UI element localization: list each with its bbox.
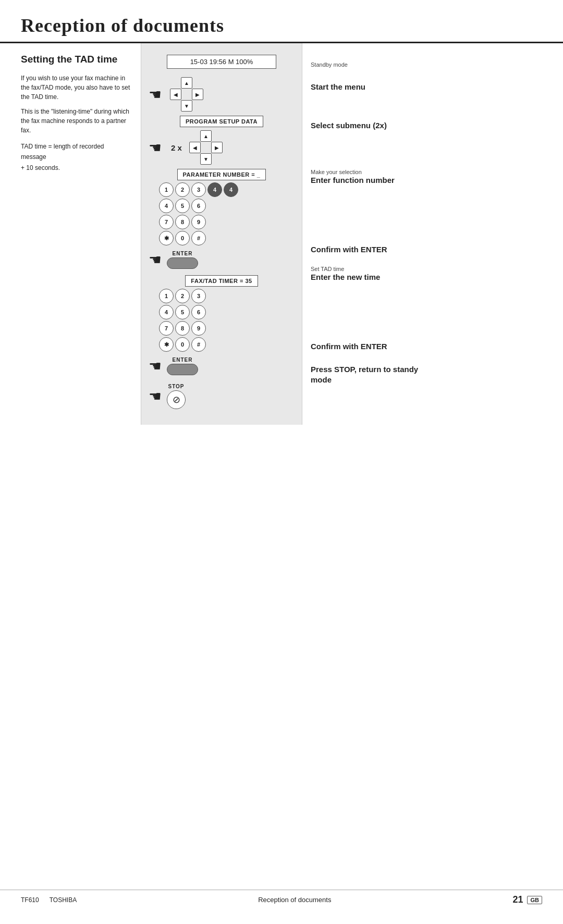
hand-icon-5: ☛ — [149, 388, 162, 405]
key-4c[interactable]: 4 — [159, 199, 174, 213]
program-setup-label: PROGRAM SETUP DATA — [180, 116, 263, 127]
nav-right-2[interactable]: ▶ — [211, 142, 223, 153]
hand-icon-1: ☛ — [149, 86, 162, 103]
press-stop-label: Press STOP, return to standymode — [311, 364, 555, 385]
hand-icon-2: ☛ — [149, 139, 162, 156]
key-hash-b[interactable]: # — [191, 337, 206, 352]
fax-tad-label: FAX/TAD TIMER = 35 — [185, 275, 258, 287]
content-area: Setting the TAD time If you wish to use … — [0, 43, 563, 425]
label-confirm-enter-2: Confirm with ENTER — [311, 337, 555, 356]
keypad1: 1 2 3 4 4 4 5 6 7 8 9 ✱ 0 # — [159, 182, 295, 245]
stop-row: ☛ STOP ⊘ — [149, 381, 295, 411]
key-6b[interactable]: 6 — [191, 305, 206, 319]
key-0a[interactable]: 0 — [175, 231, 190, 245]
key-7b[interactable]: 7 — [159, 321, 174, 336]
step2-row: ☛ 2 x ▲ ◀ ▶ ▼ — [149, 130, 295, 165]
label-make-selection: Make your selection Enter function numbe… — [311, 167, 555, 186]
nav-down[interactable]: ▼ — [181, 100, 192, 112]
enter-step2-row: ☛ ENTER — [149, 355, 295, 377]
make-selection-sub: Make your selection — [311, 169, 555, 175]
key-9b[interactable]: 9 — [191, 321, 206, 336]
description2: This is the "listening-time" during whic… — [21, 107, 130, 135]
footer-left: TF610 TOSHIBA — [21, 896, 77, 904]
enter-new-time-label: Enter the new time — [311, 272, 555, 282]
key-hash-a[interactable]: # — [191, 231, 206, 245]
nav-up-2[interactable]: ▲ — [200, 130, 212, 142]
key-1b[interactable]: 1 — [159, 289, 174, 303]
footer-model: TF610 — [21, 896, 39, 904]
param-number-label: PARAMETER NUMBER = _ — [177, 169, 266, 180]
footer-right: 21 GB — [512, 894, 542, 905]
key-7a[interactable]: 7 — [159, 215, 174, 229]
program-setup-row: PROGRAM SETUP DATA — [149, 116, 295, 127]
enter-button-2[interactable] — [167, 364, 198, 375]
key-8b[interactable]: 8 — [175, 321, 190, 336]
key-4a[interactable]: 4 — [207, 182, 222, 197]
key-2b[interactable]: 2 — [175, 289, 190, 303]
key-0b[interactable]: 0 — [175, 337, 190, 352]
key-6a[interactable]: 6 — [191, 199, 206, 213]
footer-badge: GB — [527, 896, 542, 904]
label-start-menu: Start the menu — [311, 78, 555, 96]
key-1a[interactable]: 1 — [159, 182, 174, 197]
fax-tad-row: FAX/TAD TIMER = 35 — [149, 275, 295, 287]
enter-label-2: ENTER — [173, 357, 193, 363]
enter-wrap-2: ENTER — [167, 357, 198, 375]
right-column: Standby mode Start the menu Select subme… — [302, 43, 563, 425]
nav-cluster-1: ▲ ◀ ▶ ▼ — [170, 77, 203, 112]
footer-center: Reception of documents — [258, 896, 331, 904]
standby-display-row: 15-03 19:56 M 100% — [149, 55, 295, 74]
hand-icon-3: ☛ — [149, 251, 162, 268]
key-5b[interactable]: 5 — [175, 305, 190, 319]
confirm-enter-label-2: Confirm with ENTER — [311, 341, 555, 352]
key-9a[interactable]: 9 — [191, 215, 206, 229]
enter-function-label: Enter function number — [311, 175, 555, 186]
nav-left[interactable]: ◀ — [170, 89, 181, 100]
stop-label: STOP — [168, 384, 184, 389]
footer-page: 21 — [512, 894, 523, 905]
left-column: Setting the TAD time If you wish to use … — [0, 43, 141, 425]
key-star-a[interactable]: ✱ — [159, 231, 174, 245]
standby-sub: Standby mode — [311, 61, 555, 68]
footer-brand: TOSHIBA — [50, 896, 77, 904]
section-title: Setting the TAD time — [21, 54, 130, 65]
step1-row: ☛ ▲ ◀ ▶ ▼ — [149, 77, 295, 112]
nav-cluster-2: ▲ ◀ ▶ ▼ — [189, 130, 223, 165]
enter-button-1[interactable] — [167, 257, 198, 269]
hand-icon-4: ☛ — [149, 358, 162, 375]
stop-button[interactable]: ⊘ — [167, 390, 186, 409]
page-footer: TF610 TOSHIBA Reception of documents 21 … — [0, 890, 563, 905]
nav-up[interactable]: ▲ — [181, 77, 192, 89]
label-confirm-enter-1: Confirm with ENTER — [311, 240, 555, 259]
stop-wrap: STOP ⊘ — [167, 384, 186, 409]
description1: If you wish to use your fax machine in t… — [21, 73, 130, 102]
label-select-submenu: Select submenu (2x) — [311, 116, 555, 135]
key-2a[interactable]: 2 — [175, 182, 190, 197]
page-header: Reception of documents — [0, 0, 563, 43]
key-4b[interactable]: 4 — [224, 182, 238, 197]
key-5a[interactable]: 5 — [175, 199, 190, 213]
nav-right[interactable]: ▶ — [192, 89, 203, 100]
label-set-tad: Set TAD time Enter the new time — [311, 264, 555, 283]
key-8a[interactable]: 8 — [175, 215, 190, 229]
standby-display: 15-03 19:56 M 100% — [167, 55, 276, 69]
set-tad-sub: Set TAD time — [311, 266, 555, 272]
param-number-row: PARAMETER NUMBER = _ — [149, 169, 295, 180]
confirm-enter-label-1: Confirm with ENTER — [311, 244, 555, 255]
key-4d[interactable]: 4 — [159, 305, 174, 319]
label-standby: Standby mode — [311, 55, 555, 73]
label-press-stop: Press STOP, return to standymode — [311, 364, 555, 385]
enter-label-1: ENTER — [173, 251, 193, 256]
start-menu-label: Start the menu — [311, 82, 555, 92]
nav-down-2[interactable]: ▼ — [200, 153, 212, 165]
select-submenu-label: Select submenu (2x) — [311, 120, 555, 131]
two-x-label: 2 x — [171, 143, 182, 152]
keypad2: 1 2 3 4 5 6 7 8 9 ✱ 0 # — [159, 289, 295, 352]
enter-step1-row: ☛ ENTER — [149, 249, 295, 271]
page-title: Reception of documents — [21, 15, 542, 36]
enter-wrap-1: ENTER — [167, 251, 198, 269]
key-star-b[interactable]: ✱ — [159, 337, 174, 352]
nav-left-2[interactable]: ◀ — [189, 142, 201, 153]
key-3b[interactable]: 3 — [191, 289, 206, 303]
key-3a[interactable]: 3 — [191, 182, 206, 197]
